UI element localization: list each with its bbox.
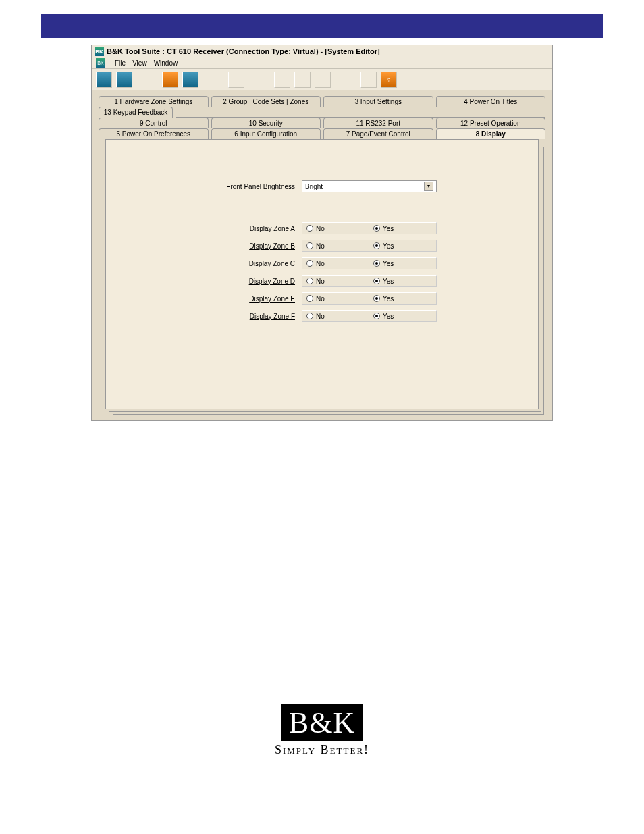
zone-radio-group: NoYes (302, 240, 437, 252)
tab-power-on-prefs[interactable]: 5 Power On Preferences (99, 128, 209, 139)
radio-icon (373, 313, 380, 319)
app-icon: BK (95, 47, 104, 56)
zone-radio-no[interactable]: No (302, 313, 369, 320)
toolbar-btn-2[interactable] (116, 72, 132, 88)
toolbar: ? (92, 68, 552, 90)
radio-no-label: No (316, 260, 325, 267)
tab-security[interactable]: 10 Security (211, 118, 321, 128)
radio-no-label: No (316, 225, 325, 232)
zone-label: Display Zone E (126, 295, 302, 303)
zone-radio-group: NoYes (302, 275, 437, 287)
toolbar-btn-4[interactable] (182, 72, 198, 88)
radio-icon (373, 260, 380, 267)
menubar: BK File View Window (92, 57, 552, 68)
zone-radio-yes[interactable]: Yes (369, 225, 436, 232)
toolbar-help-icon[interactable]: ? (381, 72, 397, 88)
zone-radio-group: NoYes (302, 257, 437, 269)
radio-yes-label: Yes (383, 295, 394, 303)
radio-icon (306, 313, 313, 319)
radio-no-label: No (316, 242, 325, 250)
zone-row: Display Zone FNoYes (126, 310, 518, 322)
radio-icon (306, 295, 313, 302)
tab-preset-operation[interactable]: 12 Preset Operation (436, 118, 546, 128)
logo-tagline: Simply Better! (0, 743, 644, 757)
radio-no-label: No (316, 278, 325, 285)
toolbar-btn-8[interactable] (315, 72, 331, 88)
toolbar-btn-5[interactable] (228, 72, 244, 88)
zone-row: Display Zone DNoYes (126, 275, 518, 287)
zone-radio-no[interactable]: No (302, 225, 369, 232)
radio-icon (306, 225, 313, 232)
display-panel: Front Panel Brightness Bright ▾ Display … (105, 139, 539, 409)
brightness-select[interactable]: Bright ▾ (302, 180, 437, 192)
radio-yes-label: Yes (383, 242, 394, 250)
zone-label: Display Zone D (126, 278, 302, 285)
tab-input-config[interactable]: 6 Input Configuration (211, 128, 321, 139)
tab-control[interactable]: 9 Control (99, 118, 209, 128)
menu-window[interactable]: Window (154, 59, 178, 67)
brightness-row: Front Panel Brightness Bright ▾ (126, 180, 518, 192)
zone-label: Display Zone A (126, 225, 302, 232)
radio-yes-label: Yes (383, 260, 394, 267)
zone-radio-yes[interactable]: Yes (369, 242, 436, 250)
tab-input-settings[interactable]: 3 Input Settings (323, 96, 433, 107)
doc-icon: BK (96, 58, 105, 68)
menu-view[interactable]: View (132, 59, 147, 67)
zone-label: Display Zone C (126, 260, 302, 267)
tab-rs232[interactable]: 11 RS232 Port (323, 118, 433, 128)
tab-power-on-titles[interactable]: 4 Power On Titles (436, 96, 546, 107)
chevron-down-icon[interactable]: ▾ (424, 182, 433, 191)
toolbar-btn-9[interactable] (360, 72, 377, 88)
zone-radio-yes[interactable]: Yes (369, 313, 436, 320)
zone-radio-no[interactable]: No (302, 278, 369, 285)
radio-yes-label: Yes (383, 278, 394, 285)
zones-block: Display Zone ANoYesDisplay Zone BNoYesDi… (126, 222, 518, 322)
tab-keypad-feedback[interactable]: 13 Keypad Feedback (99, 107, 173, 118)
tab-display-label: 8 Display (476, 130, 506, 138)
zone-radio-no[interactable]: No (302, 242, 369, 250)
brightness-label: Front Panel Brightness (126, 183, 302, 190)
radio-icon (373, 225, 380, 232)
app-window: BK B&K Tool Suite : CT 610 Receiver (Con… (91, 45, 553, 421)
toolbar-btn-6[interactable] (274, 72, 290, 88)
footer-logo: B&K Simply Better! (0, 704, 644, 757)
zone-radio-yes[interactable]: Yes (369, 278, 436, 285)
toolbar-btn-7[interactable] (294, 72, 311, 88)
zone-radio-no[interactable]: No (302, 295, 369, 303)
radio-yes-label: Yes (383, 313, 394, 320)
toolbar-btn-3[interactable] (162, 72, 178, 88)
zone-radio-group: NoYes (302, 222, 437, 234)
tabs-area: 1 Hardware Zone Settings 2 Group | Code … (92, 90, 552, 420)
tab-group-code-sets[interactable]: 2 Group | Code Sets | Zones (211, 96, 321, 107)
window-title: B&K Tool Suite : CT 610 Receiver (Connec… (107, 47, 380, 55)
radio-icon (373, 295, 380, 302)
zone-radio-group: NoYes (302, 292, 437, 305)
brightness-value: Bright (305, 183, 323, 190)
radio-icon (373, 278, 380, 284)
tab-hardware-zone[interactable]: 1 Hardware Zone Settings (99, 96, 209, 107)
zone-radio-yes[interactable]: Yes (369, 295, 436, 303)
zone-label: Display Zone B (126, 242, 302, 250)
toolbar-btn-1[interactable] (96, 72, 112, 88)
logo-name: B&K (281, 704, 363, 741)
radio-icon (373, 242, 380, 249)
titlebar: BK B&K Tool Suite : CT 610 Receiver (Con… (92, 45, 552, 57)
zone-row: Display Zone ENoYes (126, 292, 518, 305)
tab-page-event[interactable]: 7 Page/Event Control (323, 128, 433, 139)
tab-display[interactable]: 8 Display (436, 128, 546, 139)
radio-icon (306, 242, 313, 249)
zone-row: Display Zone CNoYes (126, 257, 518, 269)
zone-label: Display Zone F (126, 313, 302, 320)
zone-radio-yes[interactable]: Yes (369, 260, 436, 267)
zone-row: Display Zone BNoYes (126, 240, 518, 252)
radio-no-label: No (316, 313, 325, 320)
page-header-bar (41, 14, 603, 38)
zone-radio-no[interactable]: No (302, 260, 369, 267)
zone-radio-group: NoYes (302, 310, 437, 322)
zone-row: Display Zone ANoYes (126, 222, 518, 234)
radio-no-label: No (316, 295, 325, 303)
radio-yes-label: Yes (383, 225, 394, 232)
radio-icon (306, 278, 313, 284)
menu-file[interactable]: File (115, 59, 126, 67)
radio-icon (306, 260, 313, 267)
